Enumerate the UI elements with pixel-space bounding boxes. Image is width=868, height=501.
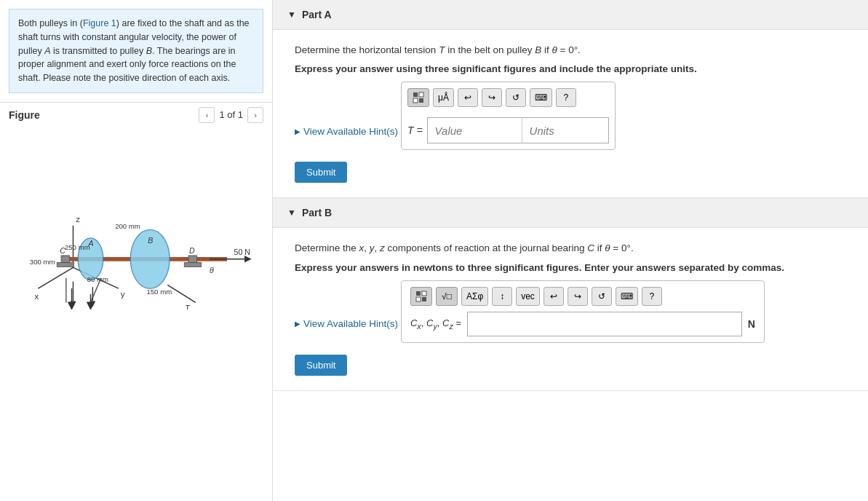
part-a-redo-btn[interactable]: ↪ xyxy=(482,88,502,107)
part-b-grid-btn[interactable] xyxy=(410,287,432,306)
part-a-hint-link[interactable]: View Available Hint(s) xyxy=(295,126,398,137)
svg-text:150 mm: 150 mm xyxy=(146,288,172,296)
svg-rect-45 xyxy=(416,297,421,301)
part-a-section: ▼ Part A Determine the horizontal tensio… xyxy=(273,0,868,198)
part-b-refresh-btn[interactable]: ↺ xyxy=(592,287,612,306)
svg-text:T: T xyxy=(185,304,191,309)
svg-text:B: B xyxy=(148,235,153,244)
svg-rect-10 xyxy=(57,262,73,267)
svg-rect-44 xyxy=(422,291,426,296)
svg-line-0 xyxy=(38,267,73,288)
svg-rect-40 xyxy=(419,92,423,97)
right-panel: ▼ Part A Determine the horizontal tensio… xyxy=(273,0,868,501)
part-b-value-input[interactable] xyxy=(467,312,742,336)
part-b-problem-text: Determine the x, y, z components of reac… xyxy=(295,241,846,256)
svg-text:200 mm: 200 mm xyxy=(115,222,140,230)
figure-header: Figure ‹ 1 of 1 › xyxy=(0,102,272,127)
part-a-express-text: Express your answer using three signific… xyxy=(295,63,846,74)
svg-marker-18 xyxy=(244,256,252,263)
svg-rect-46 xyxy=(422,297,426,301)
part-a-answer-box: μÅ ↩ ↪ ↺ ⌨ ? T = xyxy=(401,82,616,150)
figure-link[interactable]: Figure 1 xyxy=(83,18,116,28)
part-a-answer-label: T = xyxy=(407,125,423,136)
figure-title: Figure xyxy=(9,109,40,121)
svg-text:z: z xyxy=(76,215,80,224)
svg-marker-36 xyxy=(71,301,76,307)
part-b-submit-btn[interactable]: Submit xyxy=(295,355,347,376)
part-b-title: Part B xyxy=(302,207,332,218)
next-figure-btn[interactable]: › xyxy=(247,107,263,123)
part-a-collapse-icon: ▼ xyxy=(287,9,296,20)
svg-text:D: D xyxy=(189,246,195,255)
part-a-title: Part A xyxy=(302,9,332,20)
part-a-grid-btn[interactable] xyxy=(407,88,429,107)
part-b-keyboard-btn[interactable]: ⌨ xyxy=(616,287,638,306)
part-a-undo-btn[interactable]: ↩ xyxy=(458,88,478,107)
svg-rect-39 xyxy=(413,92,418,97)
left-panel: Both pulleys in (Figure 1) are fixed to … xyxy=(0,0,273,501)
figure-page: 1 of 1 xyxy=(219,109,243,120)
part-b-toolbar: √□ ΑΣφ ↕ vec ↩ ↪ ↺ ⌨ ? xyxy=(410,287,755,306)
part-a-body: Determine the horizontal tension T in th… xyxy=(273,30,868,197)
svg-text:θ: θ xyxy=(210,266,214,275)
part-a-header[interactable]: ▼ Part A xyxy=(273,0,868,30)
figure-nav: ‹ 1 of 1 › xyxy=(199,107,263,123)
svg-text:C: C xyxy=(60,246,65,255)
svg-text:y: y xyxy=(121,289,125,298)
part-b-sigma-btn[interactable]: ΑΣφ xyxy=(461,287,488,306)
part-b-input-row: Cx, Cy, Cz = N xyxy=(410,312,755,336)
svg-text:65 N: 65 N xyxy=(57,307,73,309)
part-a-input-row: T = xyxy=(407,117,609,143)
part-a-toolbar: μÅ ↩ ↪ ↺ ⌨ ? xyxy=(407,88,609,111)
problem-description: Both pulleys in (Figure 1) are fixed to … xyxy=(9,9,263,93)
diagram-svg: x y z 200 mm xyxy=(0,127,272,309)
svg-text:80 mm: 80 mm xyxy=(87,275,108,283)
part-b-redo-btn[interactable]: ↪ xyxy=(568,287,588,306)
part-b-undo-btn[interactable]: ↩ xyxy=(544,287,564,306)
part-a-help-btn[interactable]: ? xyxy=(556,88,576,107)
part-a-refresh-btn[interactable]: ↺ xyxy=(506,88,526,107)
part-b-header[interactable]: ▼ Part B xyxy=(273,198,868,228)
part-b-answer-label: Cx, Cy, Cz = xyxy=(410,317,461,331)
part-a-mu-btn[interactable]: μÅ xyxy=(433,88,454,107)
figure-content: x y z 200 mm xyxy=(0,127,272,501)
svg-text:250 mm: 250 mm xyxy=(65,243,90,251)
part-a-keyboard-btn[interactable]: ⌨ xyxy=(530,88,552,107)
svg-rect-12 xyxy=(184,262,201,267)
part-b-unit-label: N xyxy=(748,318,755,330)
svg-text:A: A xyxy=(88,239,94,248)
part-b-body: Determine the x, y, z components of reac… xyxy=(273,228,868,390)
svg-text:50 N: 50 N xyxy=(234,248,250,256)
part-a-problem-text: Determine the horizontal tension T in th… xyxy=(295,43,846,58)
part-b-vec-btn[interactable]: vec xyxy=(516,287,540,306)
svg-rect-41 xyxy=(413,98,418,103)
part-b-section: ▼ Part B Determine the x, y, z component… xyxy=(273,198,868,390)
part-b-updown-btn[interactable]: ↕ xyxy=(492,287,512,306)
svg-rect-43 xyxy=(416,291,421,296)
svg-rect-42 xyxy=(419,98,423,103)
part-b-collapse-icon: ▼ xyxy=(287,208,296,218)
svg-text:x: x xyxy=(35,291,39,300)
part-b-express-text: Express your answers in newtons to three… xyxy=(295,262,846,273)
part-a-units-input[interactable] xyxy=(522,117,609,143)
svg-text:300 mm: 300 mm xyxy=(30,257,55,265)
part-b-hint-link[interactable]: View Available Hint(s) xyxy=(295,318,398,329)
part-b-sqrt-btn[interactable]: √□ xyxy=(436,287,458,306)
prev-figure-btn[interactable]: ‹ xyxy=(199,107,215,123)
part-b-help-btn[interactable]: ? xyxy=(642,287,662,306)
part-b-answer-box: √□ ΑΣφ ↕ vec ↩ ↪ ↺ ⌨ ? Cx, Cy, Cz = N xyxy=(401,280,765,343)
part-a-value-input[interactable] xyxy=(427,117,522,143)
part-a-submit-btn[interactable]: Submit xyxy=(295,162,347,183)
